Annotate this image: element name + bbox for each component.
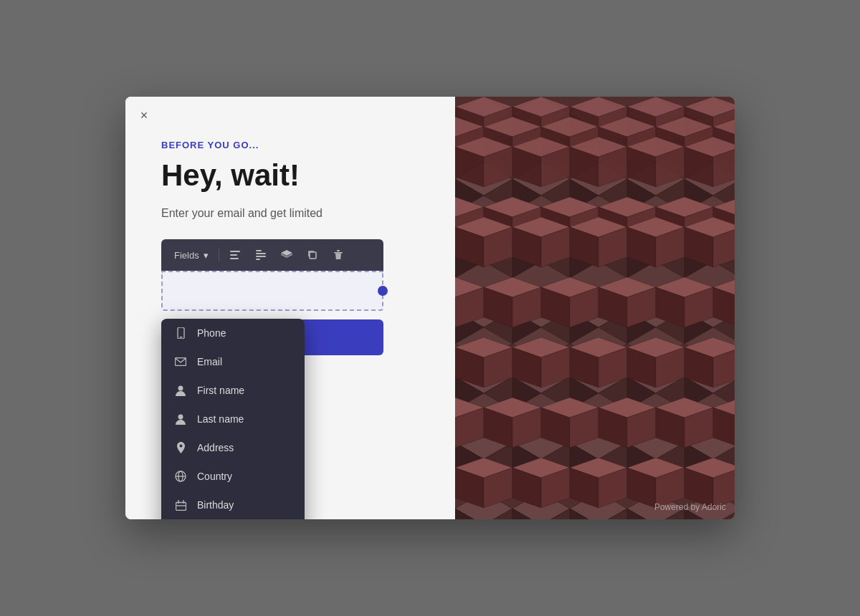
dropdown-item-country[interactable]: Country xyxy=(161,462,305,491)
close-button[interactable]: × xyxy=(135,107,153,124)
svg-point-16 xyxy=(178,414,183,419)
right-panel: Powered by Adoric xyxy=(455,97,735,519)
svg-rect-11 xyxy=(337,250,340,251)
svg-rect-5 xyxy=(256,256,266,257)
subtext: Enter your email and get limited xyxy=(161,205,391,222)
email-label: Email xyxy=(197,356,222,367)
fields-dropdown-button[interactable]: Fields ▾ xyxy=(170,248,213,263)
delete-icon[interactable] xyxy=(328,245,348,265)
left-panel: BEFORE YOU GO... Hey, wait! Enter your e… xyxy=(125,97,455,519)
dropdown-item-email[interactable]: Email xyxy=(161,347,305,376)
drag-handle[interactable] xyxy=(378,286,388,296)
last-name-icon xyxy=(174,413,187,425)
modal: × BEFORE YOU GO... Hey, wait! Enter your… xyxy=(125,97,735,519)
address-label: Address xyxy=(197,442,234,453)
fields-dropdown-menu: Phone Email First name xyxy=(161,319,305,519)
first-name-icon xyxy=(174,384,187,397)
align-left-icon[interactable] xyxy=(225,245,245,265)
phone-label: Phone xyxy=(197,327,226,339)
layers-icon[interactable] xyxy=(277,245,297,265)
svg-rect-10 xyxy=(334,252,343,254)
powered-by-label: Powered by Adoric xyxy=(654,502,726,512)
phone-icon xyxy=(174,327,187,340)
close-icon: × xyxy=(140,108,148,123)
email-input-field[interactable] xyxy=(161,271,383,311)
dropdown-item-last-name[interactable]: Last name xyxy=(161,405,305,433)
headline: Hey, wait! xyxy=(161,159,426,192)
first-name-label: First name xyxy=(197,385,244,396)
svg-rect-2 xyxy=(230,258,239,259)
svg-rect-9 xyxy=(310,252,316,259)
svg-rect-13 xyxy=(179,337,182,338)
last-name-label: Last name xyxy=(197,413,244,425)
dropdown-item-phone[interactable]: Phone xyxy=(161,319,305,347)
dropdown-item-address[interactable]: Address xyxy=(161,433,305,462)
birthday-label: Birthday xyxy=(197,499,234,511)
address-icon xyxy=(174,441,187,454)
dropdown-item-birthday[interactable]: Birthday xyxy=(161,491,305,519)
svg-rect-20 xyxy=(176,502,186,510)
dropdown-item-first-name[interactable]: First name xyxy=(161,376,305,405)
svg-rect-4 xyxy=(256,253,266,254)
country-label: Country xyxy=(197,471,232,482)
country-icon xyxy=(174,470,187,483)
fields-label: Fields xyxy=(174,250,199,261)
svg-rect-1 xyxy=(230,254,237,256)
email-icon xyxy=(174,355,187,368)
svg-rect-6 xyxy=(256,259,260,260)
birthday-icon xyxy=(174,499,187,511)
svg-rect-0 xyxy=(230,251,240,252)
svg-rect-3 xyxy=(256,250,262,251)
toolbar-separator xyxy=(219,249,219,261)
chevron-down-icon: ▾ xyxy=(204,250,209,261)
svg-point-15 xyxy=(178,385,183,390)
duplicate-icon[interactable] xyxy=(302,245,322,265)
cube-pattern-image xyxy=(455,97,735,519)
field-toolbar: Fields ▾ xyxy=(161,239,383,271)
paragraph-icon[interactable] xyxy=(251,245,271,265)
before-label: BEFORE YOU GO... xyxy=(161,140,426,150)
